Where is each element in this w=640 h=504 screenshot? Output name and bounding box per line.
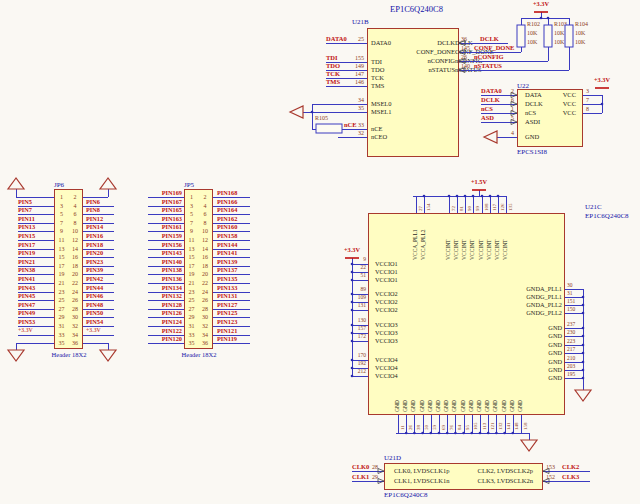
u21c-pin-name: VCCIO4 — [375, 365, 398, 371]
net-label-TCK: TCK — [326, 71, 340, 78]
jp6-left-net: PIN38 — [18, 267, 35, 273]
u21c-pin-number: 38 — [416, 425, 421, 430]
jp5-right-net: PIN160 — [217, 224, 237, 230]
power-arrow-up — [100, 178, 116, 189]
u22-part: EPCS1SI8 — [517, 149, 547, 156]
net-label-DATA0: DATA0 — [481, 88, 502, 95]
jp5-pin-number: 34 — [199, 332, 211, 338]
u21c-pin-number: 11 — [400, 425, 405, 430]
jp6-left-net: PIN47 — [18, 302, 35, 308]
u21c-pin-name: VCCINT — [495, 240, 501, 260]
jp6-pin-number: 25 — [56, 297, 67, 303]
u21c-pin-number: 203 — [567, 364, 575, 370]
u22-pin-number: 4 — [500, 130, 514, 136]
u21d-pin-name: CLK3, LVDSCLK2n — [455, 478, 533, 485]
wire — [459, 70, 569, 71]
wire — [423, 415, 424, 433]
jp5-pin-number: 10 — [199, 228, 211, 234]
wire — [413, 196, 506, 197]
u21c-part: EP1C6Q240C8 — [585, 213, 629, 220]
u21c-pin-number: 95 — [465, 425, 470, 430]
jp5-right-net: PIN144 — [217, 242, 237, 248]
u21d-pin-name: CLK0, LVDSCLK1p — [394, 468, 449, 475]
gnd-arrow-u21c-right — [575, 390, 591, 401]
jp6-right-net: PIN39 — [86, 267, 103, 273]
jp5-pin-number: 6 — [199, 211, 211, 217]
u21c-pin-number: 223 — [567, 339, 575, 345]
jp5-left-net: PIN132 — [146, 293, 182, 299]
u21c-pin-name: VCCA_PLL2 — [421, 229, 427, 260]
u22-pin-number: 1 — [500, 106, 514, 112]
u21c-pin-name: GND — [420, 400, 426, 412]
u21c-pin-number: 117 — [492, 204, 497, 211]
jp6-right-net: PIN46 — [86, 293, 103, 299]
power-3v3-pullups-label: +3.3V — [525, 1, 557, 7]
u21c-pin-number: 109 — [340, 295, 366, 301]
jp6-left-net: PIN7 — [18, 207, 32, 213]
pullup-value: 10K — [527, 30, 537, 36]
u21c-pin-number: 76 — [449, 425, 454, 430]
jp6-pin-number: 30 — [69, 314, 81, 320]
wire — [447, 415, 448, 433]
jp6-pin-number: 2 — [69, 194, 81, 200]
u21c-pin-name: GND — [518, 400, 524, 412]
wire — [352, 310, 368, 311]
u21b-pin-name-r: nSTATUS — [375, 67, 455, 74]
wire — [352, 376, 368, 377]
wire — [16, 343, 17, 350]
u21b-pin-name: TCK — [371, 75, 384, 82]
power-arrow-up — [8, 178, 24, 189]
u21c-pin-name: VCCIO2 — [375, 307, 398, 313]
u21c-pin-name: VCCINT — [479, 240, 485, 260]
wire — [18, 335, 54, 336]
net-label-ASD: ASD — [481, 115, 494, 122]
jp6-pin-number: 4 — [69, 203, 81, 209]
u21b-pin-number: 36 — [461, 36, 467, 42]
jp6-pin-number: 36 — [69, 340, 81, 346]
jp5-right-net: PIN121 — [217, 328, 237, 334]
wire — [565, 353, 583, 354]
jp5-pin-number: 28 — [199, 306, 211, 312]
u21d-pin-number: 153 — [546, 464, 555, 470]
jp5-pin-number: 12 — [199, 237, 211, 243]
jp6-pin-number: 31 — [56, 323, 67, 329]
jp6-pin-number: 23 — [56, 289, 67, 295]
jp6-right-net: PIN8 — [86, 207, 100, 213]
u21b-pin-number: 34 — [334, 97, 364, 103]
jp5-right-net: PIN139 — [217, 259, 237, 265]
wire — [352, 280, 368, 281]
pullup-ref: R103 — [554, 21, 567, 27]
wire — [352, 471, 384, 472]
net-label-CONF_DONE: CONF_DONE — [474, 45, 514, 52]
jp5-right-net: PIN135 — [217, 276, 237, 282]
jp5-pin-number: 14 — [199, 246, 211, 252]
power-3v3-u22-label: +3.3V — [586, 77, 618, 83]
jp6-pin-number: 12 — [69, 237, 81, 243]
u21c-pin-number: 121 — [490, 423, 495, 431]
u21c-pin-number: 105 — [473, 423, 478, 431]
jp6-right-net: PIN6 — [86, 199, 100, 205]
gnd-arrow-down — [8, 350, 24, 361]
wire — [506, 196, 507, 213]
u22-pin-number: 2 — [500, 88, 514, 94]
u21b-pin-name: nCEO — [371, 134, 387, 141]
jp6-left-net: PIN49 — [18, 310, 35, 316]
wire — [83, 343, 108, 344]
net-label-CLK2: CLK2 — [562, 464, 579, 471]
u21b-pin-name: MSEL0 — [371, 101, 392, 108]
wire — [406, 415, 407, 433]
u21c-pin-number: 132 — [498, 423, 503, 431]
jp6-right-net: PIN48 — [86, 302, 103, 308]
u22-pin-number: 6 — [500, 97, 514, 103]
u21c-pin-number: 30 — [567, 283, 573, 289]
wire — [424, 196, 425, 213]
u21b-pin-name: nCE — [371, 126, 383, 133]
u21c-pin-name: GNDG_PLL2 — [500, 310, 562, 316]
u21c-pin-name: VCCINT — [470, 240, 476, 260]
u21c-pin-number: 81 — [459, 206, 464, 211]
jp5-right-net: PIN166 — [217, 199, 237, 205]
jp5-right-net: PIN119 — [217, 336, 237, 342]
pullup-value: 10K — [554, 30, 564, 36]
wire — [16, 189, 17, 197]
jp5-right-net: PIN133 — [217, 285, 237, 291]
